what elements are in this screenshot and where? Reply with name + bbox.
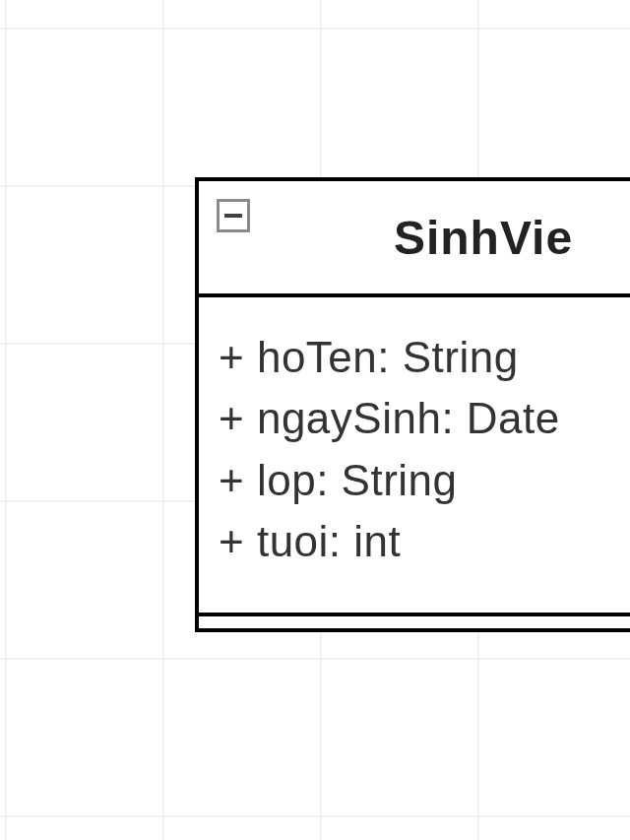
collapse-toggle[interactable]	[217, 199, 250, 232]
attribute-row: + hoTen: String	[219, 327, 610, 388]
attribute-row: + tuoi: int	[219, 511, 610, 572]
minus-icon	[224, 214, 242, 218]
uml-methods-section	[199, 616, 630, 628]
uml-attributes-section: + hoTen: String + ngaySinh: Date + lop: …	[199, 297, 630, 616]
uml-class-box[interactable]: SinhVie + hoTen: String + ngaySinh: Date…	[195, 177, 630, 632]
attribute-row: + ngaySinh: Date	[219, 388, 610, 449]
uml-class-header: SinhVie	[199, 181, 630, 297]
attribute-row: + lop: String	[219, 450, 610, 511]
class-name: SinhVie	[219, 211, 610, 265]
